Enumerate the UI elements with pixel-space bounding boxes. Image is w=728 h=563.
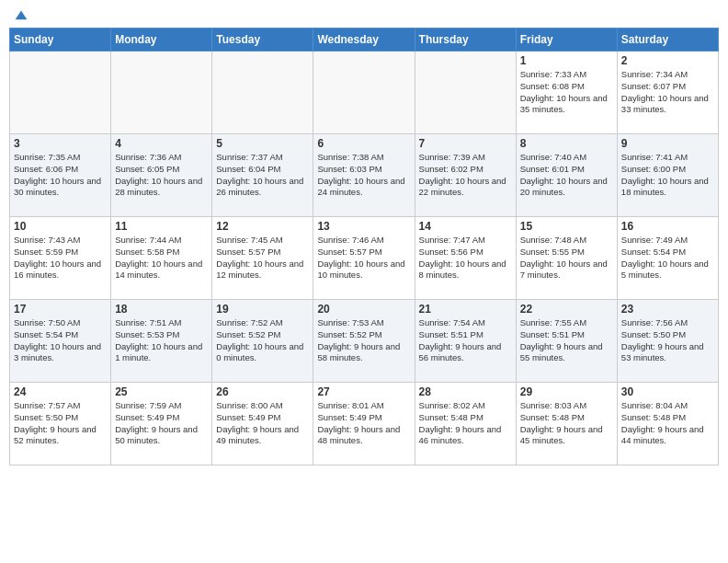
day-number: 2 [621,54,714,67]
day-number: 6 [317,137,410,150]
calendar-cell: 5Sunrise: 7:37 AMSunset: 6:04 PMDaylight… [212,134,313,217]
day-info: Sunrise: 7:33 AMSunset: 6:08 PMDaylight:… [520,69,613,116]
day-info: Sunrise: 7:59 AMSunset: 5:49 PMDaylight:… [115,400,208,447]
day-number: 19 [216,303,309,316]
day-info: Sunrise: 7:46 AMSunset: 5:57 PMDaylight:… [317,235,410,282]
day-info: Sunrise: 7:53 AMSunset: 5:52 PMDaylight:… [317,317,410,364]
day-number: 17 [14,303,107,316]
day-number: 10 [14,220,107,233]
calendar-cell: 13Sunrise: 7:46 AMSunset: 5:57 PMDayligh… [313,217,415,300]
calendar-header-sunday: Sunday [10,29,111,52]
calendar-cell: 28Sunrise: 8:02 AMSunset: 5:48 PMDayligh… [415,383,516,465]
day-info: Sunrise: 7:45 AMSunset: 5:57 PMDaylight:… [216,235,309,282]
day-info: Sunrise: 7:34 AMSunset: 6:07 PMDaylight:… [621,69,714,116]
calendar-cell: 14Sunrise: 7:47 AMSunset: 5:56 PMDayligh… [415,217,516,300]
calendar-header-friday: Friday [516,29,617,52]
day-number: 24 [14,385,107,398]
day-info: Sunrise: 7:49 AMSunset: 5:54 PMDaylight:… [621,235,714,282]
day-number: 22 [520,303,613,316]
day-number: 20 [317,303,410,316]
day-info: Sunrise: 7:56 AMSunset: 5:50 PMDaylight:… [621,317,714,364]
day-info: Sunrise: 8:01 AMSunset: 5:49 PMDaylight:… [317,400,410,447]
day-number: 13 [317,220,410,233]
calendar-header-tuesday: Tuesday [212,29,313,52]
day-number: 25 [115,385,208,398]
calendar-cell: 1Sunrise: 7:33 AMSunset: 6:08 PMDaylight… [516,52,617,134]
calendar-header-thursday: Thursday [415,29,516,52]
day-number: 14 [419,220,512,233]
calendar-header-saturday: Saturday [617,29,718,52]
day-number: 8 [520,137,613,150]
calendar-cell [111,52,212,134]
day-number: 3 [14,137,107,150]
day-info: Sunrise: 7:52 AMSunset: 5:52 PMDaylight:… [216,317,309,364]
day-number: 26 [216,385,309,398]
calendar-cell: 12Sunrise: 7:45 AMSunset: 5:57 PMDayligh… [212,217,313,300]
day-number: 9 [621,137,714,150]
calendar-week-row: 24Sunrise: 7:57 AMSunset: 5:50 PMDayligh… [10,383,719,465]
day-number: 15 [520,220,613,233]
calendar-cell: 16Sunrise: 7:49 AMSunset: 5:54 PMDayligh… [617,217,718,300]
calendar-week-row: 17Sunrise: 7:50 AMSunset: 5:54 PMDayligh… [10,300,719,383]
day-info: Sunrise: 7:51 AMSunset: 5:53 PMDaylight:… [115,317,208,364]
day-info: Sunrise: 7:54 AMSunset: 5:51 PMDaylight:… [419,317,512,364]
day-info: Sunrise: 7:48 AMSunset: 5:55 PMDaylight:… [520,235,613,282]
day-info: Sunrise: 7:35 AMSunset: 6:06 PMDaylight:… [14,152,107,199]
day-info: Sunrise: 7:50 AMSunset: 5:54 PMDaylight:… [14,317,107,364]
calendar-week-row: 3Sunrise: 7:35 AMSunset: 6:06 PMDaylight… [10,134,719,217]
calendar-week-row: 1Sunrise: 7:33 AMSunset: 6:08 PMDaylight… [10,52,719,134]
header [9,9,719,20]
calendar-cell: 9Sunrise: 7:41 AMSunset: 6:00 PMDaylight… [617,134,718,217]
day-number: 29 [520,385,613,398]
day-info: Sunrise: 7:39 AMSunset: 6:02 PMDaylight:… [419,152,512,199]
day-number: 7 [419,137,512,150]
calendar-cell [212,52,313,134]
calendar-header-monday: Monday [111,29,212,52]
day-number: 27 [317,385,410,398]
calendar-cell: 21Sunrise: 7:54 AMSunset: 5:51 PMDayligh… [415,300,516,383]
day-number: 28 [419,385,512,398]
day-info: Sunrise: 8:04 AMSunset: 5:48 PMDaylight:… [621,400,714,447]
calendar-cell: 18Sunrise: 7:51 AMSunset: 5:53 PMDayligh… [111,300,212,383]
day-info: Sunrise: 7:55 AMSunset: 5:51 PMDaylight:… [520,317,613,364]
day-number: 12 [216,220,309,233]
day-info: Sunrise: 7:40 AMSunset: 6:01 PMDaylight:… [520,152,613,199]
day-number: 1 [520,54,613,67]
calendar-cell: 15Sunrise: 7:48 AMSunset: 5:55 PMDayligh… [516,217,617,300]
day-number: 11 [115,220,208,233]
calendar-cell: 6Sunrise: 7:38 AMSunset: 6:03 PMDaylight… [313,134,415,217]
day-info: Sunrise: 7:47 AMSunset: 5:56 PMDaylight:… [419,235,512,282]
logo-icon [14,9,28,24]
day-number: 21 [419,303,512,316]
day-number: 5 [216,137,309,150]
day-info: Sunrise: 7:36 AMSunset: 6:05 PMDaylight:… [115,152,208,199]
calendar-cell: 27Sunrise: 8:01 AMSunset: 5:49 PMDayligh… [313,383,415,465]
day-number: 16 [621,220,714,233]
calendar-week-row: 10Sunrise: 7:43 AMSunset: 5:59 PMDayligh… [10,217,719,300]
calendar-cell: 29Sunrise: 8:03 AMSunset: 5:48 PMDayligh… [516,383,617,465]
svg-marker-0 [16,11,28,20]
calendar-cell: 7Sunrise: 7:39 AMSunset: 6:02 PMDaylight… [415,134,516,217]
logo [13,9,30,20]
day-info: Sunrise: 8:03 AMSunset: 5:48 PMDaylight:… [520,400,613,447]
calendar-cell: 25Sunrise: 7:59 AMSunset: 5:49 PMDayligh… [111,383,212,465]
calendar-cell: 11Sunrise: 7:44 AMSunset: 5:58 PMDayligh… [111,217,212,300]
calendar-cell [415,52,516,134]
calendar-cell: 24Sunrise: 7:57 AMSunset: 5:50 PMDayligh… [10,383,111,465]
calendar-cell: 10Sunrise: 7:43 AMSunset: 5:59 PMDayligh… [10,217,111,300]
day-info: Sunrise: 7:38 AMSunset: 6:03 PMDaylight:… [317,152,410,199]
day-number: 30 [621,385,714,398]
day-info: Sunrise: 7:57 AMSunset: 5:50 PMDaylight:… [14,400,107,447]
calendar-cell: 26Sunrise: 8:00 AMSunset: 5:49 PMDayligh… [212,383,313,465]
day-info: Sunrise: 7:37 AMSunset: 6:04 PMDaylight:… [216,152,309,199]
day-info: Sunrise: 7:43 AMSunset: 5:59 PMDaylight:… [14,235,107,282]
day-info: Sunrise: 7:44 AMSunset: 5:58 PMDaylight:… [115,235,208,282]
calendar-cell: 3Sunrise: 7:35 AMSunset: 6:06 PMDaylight… [10,134,111,217]
calendar-cell: 2Sunrise: 7:34 AMSunset: 6:07 PMDaylight… [617,52,718,134]
calendar-cell: 30Sunrise: 8:04 AMSunset: 5:48 PMDayligh… [617,383,718,465]
calendar-cell: 19Sunrise: 7:52 AMSunset: 5:52 PMDayligh… [212,300,313,383]
calendar-cell [10,52,111,134]
calendar-header-row: SundayMondayTuesdayWednesdayThursdayFrid… [10,29,719,52]
day-number: 23 [621,303,714,316]
day-number: 18 [115,303,208,316]
